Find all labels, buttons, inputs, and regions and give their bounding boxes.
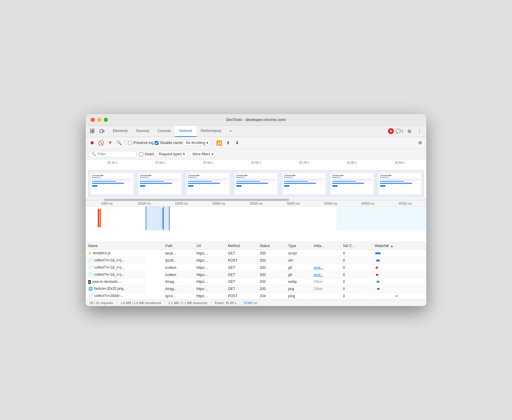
scrollbar-thumb[interactable]: [104, 199, 289, 201]
screenshot-thumb-6[interactable]: A Powerful Web.Made Easier.: [328, 170, 376, 197]
col-type[interactable]: Type: [286, 242, 311, 250]
minimize-button[interactable]: [97, 118, 101, 122]
row-name: collect?v=1&_v=j...: [94, 265, 124, 269]
cell-initiator: [311, 257, 340, 264]
tab-performance[interactable]: Performance: [196, 125, 225, 137]
table-row[interactable]: 📄 collect?v=2&tid=... /g/co... https:...…: [86, 292, 426, 300]
clear-button[interactable]: 🚫: [97, 139, 105, 147]
screenshot-thumb-2[interactable]: A Powerful Web.Made Easier.: [136, 170, 184, 197]
col-waterfall[interactable]: Waterfall ▲: [372, 242, 426, 250]
table-row[interactable]: 📄 collect?v=1&_v=j... /collect https:...…: [86, 271, 426, 278]
cell-set-cookies: 0: [340, 257, 372, 264]
cell-status: 200: [257, 264, 286, 271]
screenshot-thumb-3[interactable]: A Powerful Web.Made Easier.: [184, 170, 232, 197]
record-button[interactable]: ⏺: [88, 139, 96, 147]
disable-cache-checkbox[interactable]: Disable cache: [155, 141, 182, 145]
cell-path: /collect: [163, 264, 194, 271]
devtools-body: Elements Sources Console Network Perform…: [86, 126, 426, 306]
settings-button[interactable]: ⚙: [405, 127, 414, 135]
col-initiator[interactable]: Initia...: [311, 242, 340, 250]
cell-waterfall: [372, 271, 426, 278]
status-resources: 2.1 MB / 2.1 MB resources: [165, 301, 211, 305]
tab-sources[interactable]: Sources: [132, 125, 153, 137]
screenshot-thumb-5[interactable]: A Powerful Web.Made Easier.: [280, 170, 328, 197]
filter-input-container[interactable]: 🔍: [88, 151, 137, 157]
cell-waterfall: [372, 292, 426, 300]
status-transferred: 1.6 MB / 1.6 MB transferred: [117, 301, 165, 305]
export-button[interactable]: ⬇: [233, 139, 241, 147]
row-icon: 📄: [88, 294, 93, 298]
cell-set-cookies: 0: [340, 285, 372, 292]
wifi-icon-button[interactable]: 📶: [215, 139, 223, 147]
status-domcontent[interactable]: DOMCon: [240, 301, 261, 305]
inspect-element-button[interactable]: [88, 127, 97, 135]
maximize-button[interactable]: [104, 118, 108, 122]
title-bar: DevTools - developer.chrome.com/: [86, 114, 426, 126]
cell-name: 📄 collect?v=1&_v=j...: [86, 257, 146, 264]
tab-bar: Elements Sources Console Network Perform…: [86, 126, 426, 137]
cell-url: https:...: [194, 271, 225, 278]
svg-rect-10: [163, 208, 164, 229]
screenshot-thumb-7[interactable]: A Powerful Web.Made Easier.: [376, 170, 424, 197]
cell-status: 200: [257, 257, 286, 264]
cell-type: gif: [286, 271, 311, 278]
throttle-select[interactable]: No throttling ▾: [184, 140, 211, 146]
cell-initiator[interactable]: anal...: [311, 264, 340, 271]
screenshot-thumb-4[interactable]: A Powerful Web.Made Easier.: [232, 170, 280, 197]
svg-rect-3: [93, 131, 94, 133]
close-button[interactable]: [91, 118, 95, 122]
tab-network[interactable]: Network: [175, 125, 196, 137]
preserve-log-input[interactable]: [128, 141, 132, 145]
more-filters-button[interactable]: More filters ▾: [190, 151, 216, 157]
horizontal-scrollbar[interactable]: [86, 199, 426, 201]
disable-cache-input[interactable]: [155, 141, 159, 145]
traffic-lights: [91, 118, 108, 122]
tab-elements[interactable]: Elements: [109, 125, 132, 137]
col-status[interactable]: Status: [257, 242, 286, 250]
cell-initiator[interactable]: anal...: [311, 271, 340, 278]
cell-path: /g/co...: [163, 292, 194, 300]
cell-set-cookies: 0: [340, 278, 372, 285]
filter-button[interactable]: ▼: [106, 139, 114, 147]
cell-type: webp: [286, 278, 311, 285]
network-settings-button[interactable]: ⚙: [416, 139, 424, 147]
search-button[interactable]: 🔍: [115, 139, 123, 147]
tab-bar-icons: [88, 127, 106, 135]
cell-type: png: [286, 285, 311, 292]
cell-waterfall: [372, 285, 426, 292]
cell-waterfall: [372, 249, 426, 257]
row-icon: ⚙: [88, 251, 92, 255]
cell-type: gif: [286, 264, 311, 271]
cell-name: 🌐 favicon-32x32.png: [86, 285, 146, 292]
request-types-button[interactable]: Request types ▾: [156, 151, 188, 157]
invert-checkbox[interactable]: Invert: [139, 152, 154, 156]
cell-initiator: Other: [311, 278, 340, 285]
throttle-dropdown-icon: ▾: [206, 141, 208, 145]
col-method[interactable]: Method: [225, 242, 257, 250]
timeline-area[interactable]: [86, 206, 426, 242]
table-row[interactable]: 📄 collect?v=1&_v=j... /j/coll... https:.…: [86, 257, 426, 264]
wifi-icon: 📶: [216, 140, 222, 146]
device-mode-button[interactable]: [98, 127, 106, 135]
col-path[interactable]: Path: [163, 242, 194, 250]
preserve-log-checkbox[interactable]: Preserve log: [128, 141, 153, 145]
col-set-cookies[interactable]: Set C...: [340, 242, 372, 250]
table-row[interactable]: 📄 collect?v=1&_v=j... /collect https:...…: [86, 264, 426, 271]
table-row[interactable]: ■ new-in-devtools-... /imag... https:...…: [86, 278, 426, 285]
more-options-button[interactable]: ⋮: [415, 127, 424, 135]
tab-console[interactable]: Console: [153, 125, 175, 137]
filter-input[interactable]: [98, 152, 134, 156]
status-requests: 28 / 31 requests: [89, 301, 117, 305]
screenshot-thumb-1[interactable]: A Powerful Web.Made Easier.: [88, 170, 136, 197]
network-table-container[interactable]: Name Path Url Method Status Type Initia.…: [86, 242, 426, 300]
table-row[interactable]: 🌐 favicon-32x32.png /imag... https:... G…: [86, 285, 426, 292]
col-url[interactable]: Url: [194, 242, 225, 250]
table-row[interactable]: ⚙ analytics.js /anal... https:... GET 20…: [86, 249, 426, 257]
import-button[interactable]: ⬆: [224, 139, 232, 147]
tab-more[interactable]: »: [225, 125, 236, 137]
timeline-graph: [86, 206, 426, 230]
main-tabs: Elements Sources Console Network Perform…: [109, 125, 388, 137]
invert-input[interactable]: [139, 152, 143, 156]
col-name[interactable]: Name: [86, 242, 163, 250]
cell-name: 📄 collect?v=1&_v=j...: [86, 271, 146, 278]
